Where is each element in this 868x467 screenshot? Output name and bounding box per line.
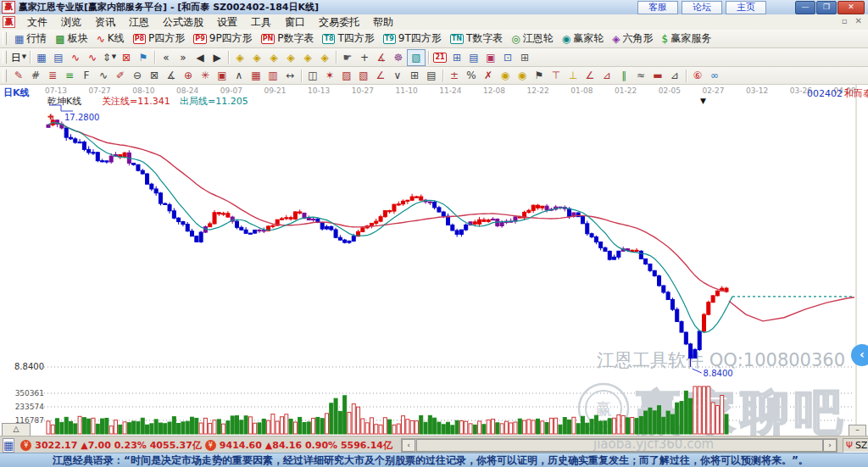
kline-style-button[interactable]: ⊠	[118, 50, 135, 65]
export-data-button[interactable]: ⊞	[516, 50, 533, 65]
crosshair-button[interactable]: +	[356, 50, 373, 65]
go-first-button[interactable]: «	[158, 50, 175, 65]
toolbar-grip[interactable]	[3, 51, 7, 64]
quotes-button[interactable]: ▦行情	[10, 31, 51, 47]
trend-tri-button[interactable]: ⊿	[598, 68, 615, 83]
shade-box-1-button[interactable]: ▨	[338, 68, 355, 83]
p-number-table-button[interactable]: PNP数字表	[257, 31, 319, 47]
p-square-button[interactable]: P8P四方形	[129, 31, 190, 47]
star-tool-button[interactable]: ✳	[197, 68, 214, 83]
t-number-table-button[interactable]: TNT数字表	[446, 31, 508, 47]
grid-n2-button[interactable]: ⊠	[146, 68, 163, 83]
menu-item-trading[interactable]: 交易委托	[312, 15, 366, 30]
vline-tool-button[interactable]: ⊥	[565, 68, 581, 83]
menu-item-news[interactable]: 资讯	[88, 15, 122, 30]
restore-button[interactable]: ❐	[816, 1, 837, 14]
chart-horizontal-scrollbar[interactable]: ‹ ›	[401, 438, 837, 453]
box-tool-button[interactable]: ▣	[214, 68, 231, 83]
drag-hand-button[interactable]: ☛	[339, 50, 356, 65]
info-panel-button[interactable]: ▤	[50, 50, 67, 65]
sh-index-icon[interactable]: ¥	[20, 440, 31, 451]
angle-pencil-button[interactable]: ✐	[112, 68, 129, 83]
channel-button[interactable]: ∥	[615, 68, 632, 83]
menu-item-formula-picker[interactable]: 公式选股	[156, 15, 210, 30]
wave-tool-button[interactable]: ∿	[95, 68, 112, 83]
menu-item-file[interactable]: 文件	[20, 15, 54, 30]
gold-coin-2-button[interactable]: ◉	[514, 68, 531, 83]
sz-index-icon[interactable]: ¥	[205, 440, 216, 451]
notes-button[interactable]: ▤	[465, 50, 482, 65]
t-square-button[interactable]: T8T四方形	[318, 31, 378, 47]
tower-2-button[interactable]: ▥	[264, 68, 281, 83]
shade-box-2-button[interactable]: ▧	[355, 68, 372, 83]
go-prev-button[interactable]: ◀	[192, 50, 209, 65]
scale-toggle-button[interactable]: ⇕▼	[101, 50, 118, 65]
flag-measure-button[interactable]: ⚑	[531, 68, 548, 83]
menu-item-help[interactable]: 帮助	[366, 15, 400, 30]
t9-square-button[interactable]: T99T四方形	[379, 31, 446, 47]
sh-index-quote[interactable]: 3022.17 ▲7.00 0.23% 4055.37亿	[35, 439, 202, 452]
pane-tab-label[interactable]: 日K线	[3, 87, 30, 98]
gann-diamond-6-button[interactable]: ◈	[316, 50, 333, 65]
menu-item-tools[interactable]: 工具	[244, 15, 278, 30]
angle-line-button[interactable]: ∠	[372, 68, 389, 83]
kline-button[interactable]: ∿K线	[92, 31, 129, 47]
gann-diamond-5-button[interactable]: ◈	[299, 50, 316, 65]
ball-six-button[interactable]: ⑥	[689, 68, 706, 83]
angle-a-button[interactable]: ∡	[163, 68, 180, 83]
gann-grid-2-button[interactable]: ≡	[61, 68, 78, 83]
area-tool-button[interactable]: ▬	[649, 68, 666, 83]
cycle-tool-button[interactable]: ⊖	[129, 68, 146, 83]
peak-marker-button[interactable]: ∧	[231, 68, 248, 83]
gann-diamond-2-button[interactable]: ◈	[248, 50, 265, 65]
current-symbol-box[interactable]: Ψ SZ399001,深证成指	[843, 438, 868, 453]
sectors-button[interactable]: ▩板块	[51, 31, 92, 47]
ratio-tool-button[interactable]: ±	[446, 68, 463, 83]
fib-levels-button[interactable]: F	[78, 68, 95, 83]
indicator-toggle-button[interactable]: △	[2, 423, 31, 436]
layout-window-button[interactable]: ▦	[33, 50, 50, 65]
scroll-right-arrow[interactable]: ›	[823, 439, 837, 452]
export-image-button[interactable]: ⊡	[499, 50, 516, 65]
scrollbar-thumb[interactable]	[416, 439, 823, 452]
menu-item-browse[interactable]: 浏览	[54, 15, 88, 30]
wheel-tool-button[interactable]: ☸	[390, 50, 407, 65]
chart-mode-button[interactable]: ▧	[407, 49, 426, 66]
volume-pane-collapse-button[interactable]: –	[849, 425, 866, 436]
gann-circle-button[interactable]: ⊕	[180, 68, 197, 83]
minimize-button[interactable]: —	[795, 1, 815, 14]
quote-table-icon[interactable]: ▦	[3, 438, 14, 453]
mdi-pane-controls[interactable]: ▫ ✕	[842, 16, 865, 25]
angle-measure-button[interactable]: ∡	[373, 50, 390, 65]
pencil-button[interactable]: ✎	[10, 68, 27, 83]
indicator-flag-button[interactable]: ⚑	[135, 50, 152, 65]
steps-button[interactable]: ≈	[632, 68, 649, 83]
gold-coin-1-button[interactable]: ◉	[497, 68, 514, 83]
mini-kline-2-button[interactable]: ∿	[84, 50, 101, 65]
gann-diamond-4-button[interactable]: ◈	[282, 50, 299, 65]
gann-diamond-3-button[interactable]: ◈	[265, 50, 282, 65]
percent-x-button[interactable]: ✗	[480, 68, 497, 83]
winner-service-button[interactable]: $赢家服务	[658, 31, 716, 47]
save-button[interactable]: ▣	[482, 50, 499, 65]
sz-index-quote[interactable]: 9414.60 ▲84.16 0.90% 5596.14亿	[220, 439, 392, 452]
measure-button[interactable]: ⊿	[666, 68, 683, 83]
go-next-button[interactable]: ▶	[209, 50, 225, 65]
period-selector-button[interactable]: 日▼	[10, 50, 27, 65]
forum-link-button[interactable]: 论坛	[682, 1, 722, 14]
hline-tool-button[interactable]: ⊤	[548, 68, 565, 83]
kline-chart[interactable]: 07-1307-2708-1008-2409-0709-2110-1310-27…	[0, 85, 868, 436]
side-panel-expander-button[interactable]: ‹	[851, 344, 868, 366]
go-last-button[interactable]: »	[175, 50, 192, 65]
toolbar-grip[interactable]	[3, 32, 7, 45]
winner-wheel-button[interactable]: ◉赢家轮	[558, 31, 608, 47]
frame-tool-button[interactable]: ◫	[304, 68, 321, 83]
grid-plus-button[interactable]: ⊞	[406, 68, 423, 83]
check-tool-button[interactable]: ∨	[389, 68, 406, 83]
ray-fan-button[interactable]: ✶	[321, 68, 338, 83]
close-button[interactable]: ✕	[837, 1, 865, 14]
home-link-button[interactable]: 主页	[726, 1, 766, 14]
gann-wheel-button[interactable]: ◎江恩轮	[507, 31, 557, 47]
calendar-button[interactable]: 21	[431, 50, 448, 65]
mini-kline-1-button[interactable]: ∿	[67, 50, 84, 65]
